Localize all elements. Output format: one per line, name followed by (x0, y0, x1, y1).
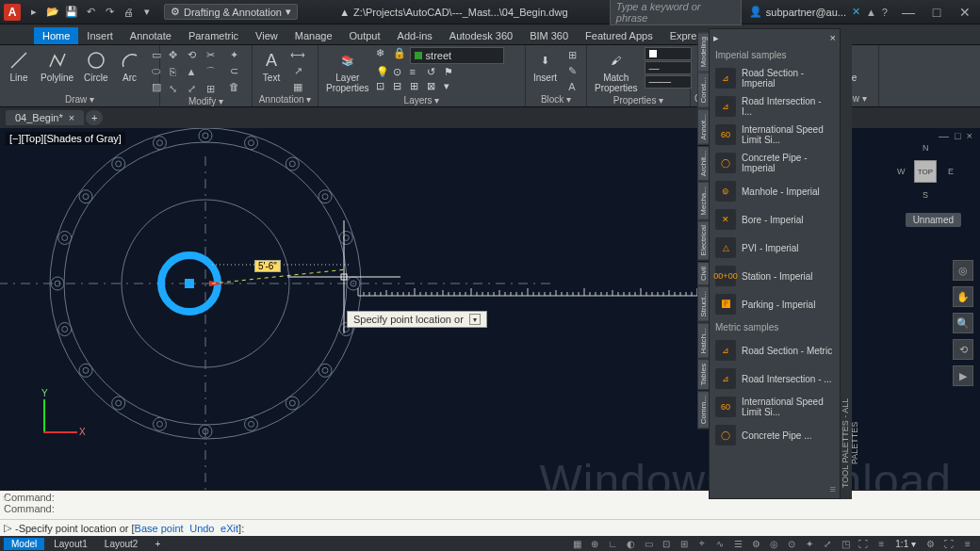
status-toggle[interactable]: ⛶ (855, 537, 872, 550)
attribute-icon[interactable]: A (564, 79, 580, 94)
chevron-down-icon[interactable]: ▾ (139, 5, 155, 20)
scale-icon[interactable]: ⤢ (183, 81, 200, 96)
tab-autodesk-360[interactable]: Autodesk 360 (441, 27, 521, 44)
layer-tool-icon[interactable]: ⊡ (376, 80, 391, 92)
color-dropdown[interactable] (645, 47, 692, 60)
tab-parametric[interactable]: Parametric (180, 27, 247, 44)
palette-item[interactable]: ◯Concrete Pipe - Imperial (710, 149, 840, 177)
status-toggle[interactable]: ⊡ (658, 537, 675, 550)
add-layout-button[interactable]: + (147, 538, 168, 550)
status-toggle[interactable]: ∟ (604, 537, 621, 550)
layer-freeze-icon[interactable]: ❄ (376, 47, 391, 64)
ucs-name[interactable]: Unnamed (906, 213, 961, 227)
create-block-icon[interactable]: ⊞ (564, 47, 580, 62)
layer-off-icon[interactable]: 💡 (376, 66, 391, 78)
layer-prev-icon[interactable]: ↺ (427, 66, 442, 78)
table-icon[interactable]: ▦ (289, 79, 306, 94)
text-button[interactable]: AText (256, 47, 286, 85)
copy-icon[interactable]: ⎘ (164, 64, 181, 79)
panel-label[interactable]: Annotation ▾ (256, 94, 314, 106)
status-toggle[interactable]: ◎ (765, 537, 782, 550)
layer-lock-icon[interactable]: 🔒 (393, 47, 408, 64)
user-menu[interactable]: 👤 subpartner@au... (749, 6, 846, 18)
viewcube-top[interactable]: TOP (914, 160, 937, 183)
customize-icon[interactable]: ≡ (959, 537, 976, 550)
palette-item[interactable]: ⊚Manhole - Imperial (710, 177, 840, 205)
panel-label[interactable]: Layers ▾ (322, 95, 521, 106)
fillet-icon[interactable]: ⌒ (202, 64, 219, 79)
erase-icon[interactable]: 🗑 (225, 79, 242, 94)
undo-icon[interactable]: ↶ (83, 5, 98, 20)
tab-view[interactable]: View (247, 27, 286, 44)
palette-item[interactable]: ◯Concrete Pipe ... (710, 421, 840, 449)
status-toggle[interactable]: ▭ (640, 537, 657, 550)
status-toggle[interactable]: ⌖ (694, 537, 710, 550)
palette-menu-icon[interactable]: ▸ (713, 32, 719, 44)
file-tab[interactable]: 04_Begin*× (6, 110, 84, 125)
layer-tool-icon[interactable]: ⊠ (427, 80, 442, 92)
status-toggle[interactable]: ☰ (729, 537, 746, 550)
circle-button[interactable]: Circle (80, 47, 112, 85)
palette-options-icon[interactable]: ≡ (830, 483, 836, 494)
layer-state-icon[interactable]: ⚑ (444, 66, 459, 78)
pan-icon[interactable]: ✋ (953, 286, 973, 307)
layer-dropdown[interactable]: street (410, 47, 504, 64)
dimension-icon[interactable]: ⟷ (289, 47, 306, 62)
maximize-icon[interactable]: □ (925, 5, 948, 20)
new-tab-button[interactable]: + (86, 110, 103, 125)
command-input[interactable]: ▷ -Specify point location or [ Base poin… (0, 519, 980, 536)
explode-icon[interactable]: ✦ (225, 47, 242, 62)
tab-manage[interactable]: Manage (286, 27, 341, 44)
zoom-icon[interactable]: 🔍 (953, 313, 973, 333)
tab-add-ins[interactable]: Add-ins (389, 27, 441, 44)
status-toggle[interactable]: ∿ (711, 537, 728, 550)
steering-wheel-icon[interactable]: ◎ (953, 260, 973, 281)
palette-item[interactable]: 60International Speed Limit Si... (710, 393, 840, 421)
mirror-icon[interactable]: ▲ (183, 64, 200, 79)
arc-button[interactable]: Arc (115, 47, 145, 85)
viewcube[interactable]: N S E W TOP (897, 143, 954, 200)
maximize-icon[interactable]: □ (955, 130, 961, 141)
viewcube-south[interactable]: S (923, 190, 928, 200)
app-logo[interactable]: A (4, 4, 21, 21)
panel-label[interactable]: Modify ▾ (164, 96, 248, 106)
edit-block-icon[interactable]: ✎ (564, 63, 580, 78)
layer-iso-icon[interactable]: ⊙ (393, 66, 408, 78)
layer-tool-icon[interactable]: ⊟ (393, 80, 408, 92)
tab-insert[interactable]: Insert (78, 27, 122, 44)
dropdown-icon[interactable]: ▾ (469, 314, 481, 325)
palette-item[interactable]: ✕Bore - Imperial (710, 205, 840, 234)
linetype-dropdown[interactable]: ─── (645, 75, 692, 89)
new-icon[interactable]: ▸ (26, 5, 41, 20)
tab-output[interactable]: Output (341, 27, 389, 44)
status-toggle[interactable]: ◐ (622, 537, 639, 550)
clean-screen-icon[interactable]: ⛶ (940, 537, 957, 550)
close-icon[interactable]: × (967, 130, 972, 141)
help-icon[interactable]: ? (882, 7, 888, 18)
palette-item[interactable]: △PVI - Imperial (710, 234, 840, 262)
layer-match-icon[interactable]: ≡ (410, 66, 425, 78)
insert-button[interactable]: ⬇Insert (530, 47, 561, 85)
print-icon[interactable]: 🖨 (121, 5, 136, 20)
gear-icon[interactable]: ⚙ (922, 537, 939, 550)
status-toggle[interactable]: ◳ (837, 537, 854, 550)
panel-label[interactable]: Draw ▾ (4, 94, 155, 106)
palette-item[interactable]: 00+00Station - Imperial (710, 262, 840, 290)
palette-spine[interactable]: TOOL PALETTES - ALL PALETTES (841, 28, 852, 499)
status-toggle[interactable]: ⊙ (783, 537, 800, 550)
panel-label[interactable]: Properties ▾ (591, 95, 686, 106)
status-toggle[interactable]: ⊕ (586, 537, 603, 550)
polyline-button[interactable]: Polyline (37, 47, 77, 85)
palette-close-icon[interactable]: × (830, 32, 836, 43)
array-icon[interactable]: ⊞ (202, 81, 219, 96)
layout-tab[interactable]: Layout2 (97, 538, 146, 550)
palette-item[interactable]: ⊿Road Section - Imperial (710, 64, 840, 92)
trim-icon[interactable]: ✂ (202, 47, 219, 62)
layout-tab[interactable]: Layout1 (46, 538, 95, 550)
palette-item[interactable]: 60International Speed Limit Si... (710, 121, 840, 149)
tab-bim-360[interactable]: BIM 360 (521, 27, 577, 44)
match-properties-button[interactable]: 🖌Match Properties (591, 47, 642, 95)
palette-item[interactable]: ⊿Road Intersection - I... (710, 92, 840, 121)
search-input[interactable]: Type a keyword or phrase (610, 0, 742, 25)
stretch-icon[interactable]: ⤡ (164, 81, 181, 96)
